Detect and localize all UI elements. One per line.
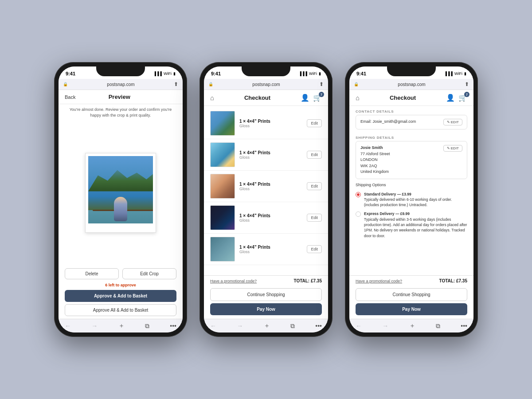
wifi-icon-3: WiFi [454,71,462,76]
more-nav-icon-1[interactable]: ••• [170,322,176,329]
shipping-option-express[interactable]: Express Delivery — £9.99 Typically deliv… [356,209,467,240]
app-nav-3: ⌂ Checkout 👤 🛒7 [349,90,473,106]
total-amount-2: TOTAL: £7.35 [293,278,322,283]
tabs-nav-icon-3[interactable]: ⧉ [436,322,440,330]
browser-bottom-1: ← → ＋ ⧉ ••• [59,319,183,332]
nav-left-2: ⌂ [210,94,214,102]
list-item: 1 × 4×4" Prints Gloss Edit [204,202,328,234]
screen-content-3: ⌂ Checkout 👤 🛒7 CONTACT DETAILS Email: J… [349,90,473,319]
more-nav-icon-3[interactable]: ••• [461,322,467,329]
wifi-icon-1: WiFi [164,71,172,76]
app-nav-2: ⌂ Checkout 👤 🛒7 [204,90,328,106]
edit-crop-button[interactable]: Edit Crop [122,268,176,279]
url-text-2: postsnap.com [252,82,280,87]
more-nav-icon-2[interactable]: ••• [315,322,322,329]
status-icons-1: ▐▐▐ WiFi ▮ [153,71,176,76]
checkout-details-scroll: CONTACT DETAILS Email: Josie_smith@gmail… [349,106,473,275]
back-button[interactable]: Back [65,94,75,100]
tabs-nav-icon-2[interactable]: ⧉ [290,322,295,330]
browser-url-3[interactable]: postsnap.com [359,82,465,87]
share-icon-1[interactable]: ⬆ [174,81,178,87]
home-icon-2[interactable]: ⌂ [210,94,214,102]
edit-item-btn-5[interactable]: Edit [307,245,322,253]
list-item: 1 × 4×4" Prints Gloss Edit [204,139,328,171]
lock-icon-3: 🔒 [354,82,359,86]
shipping-express-text: Express Delivery — £9.99 Typically deliv… [364,211,467,239]
notch-bar-3: 9:41 ▐▐▐ WiFi ▮ [349,66,473,79]
shipping-edit-button[interactable]: ✎ EDIT [443,145,462,152]
app-nav-1: Back Preview [59,90,183,104]
radio-standard[interactable] [356,192,361,197]
photo-person [114,197,127,221]
promo-code-link-3[interactable]: Have a promotional code? [356,279,402,283]
share-icon-2[interactable]: ⬆ [319,81,324,87]
nav-title-2: Checkout [244,94,270,101]
item-title-3: 1 × 4×4" Prints [239,182,302,187]
user-icon-2[interactable]: 👤 [301,94,309,102]
edit-item-btn-2[interactable]: Edit [307,151,322,159]
radio-express[interactable] [356,211,361,217]
signal-icon-2: ▐▐▐ [299,71,307,76]
continue-shopping-button-3[interactable]: Continue Shopping [356,288,467,301]
forward-nav-icon-3[interactable]: → [382,322,388,329]
shipping-standard-label: Standard Delivery — £3.99 [364,192,411,196]
promo-total-bar-3: Have a promotional code? TOTAL: £7.35 [349,275,473,286]
edit-item-btn-1[interactable]: Edit [307,119,322,127]
continue-shopping-button-2[interactable]: Continue Shopping [210,288,322,301]
nav-right-3: 👤 🛒7 [446,94,467,102]
cart-icon-3[interactable]: 🛒7 [458,94,467,102]
cart-icon-2[interactable]: 🛒7 [313,94,322,102]
edit-item-btn-4[interactable]: Edit [307,214,322,222]
url-text-1: postsnap.com [107,82,134,87]
item-thumb-2 [210,142,235,167]
pay-now-button-3[interactable]: Pay Now [356,303,467,315]
shipping-option-standard[interactable]: Standard Delivery — £3.99 Typically deli… [356,190,467,210]
delete-button[interactable]: Delete [65,268,119,279]
contact-edit-button[interactable]: ✎ EDIT [443,119,462,125]
photo-mountains [88,165,153,192]
list-item: 1 × 4×4" Prints Gloss Edit [204,234,328,265]
add-nav-icon-2[interactable]: ＋ [264,322,270,330]
url-text-3: postsnap.com [398,82,425,87]
browser-url-1[interactable]: postsnap.com [68,82,174,87]
promo-code-link-2[interactable]: Have a promotional code? [210,279,257,283]
shipping-standard-text: Standard Delivery — £3.99 Typically deli… [364,192,467,208]
checkout-list: 1 × 4×4" Prints Gloss Edit 1 × 4×4" Prin… [204,106,328,275]
item-info-4: 1 × 4×4" Prints Gloss [239,213,302,223]
pay-now-button-2[interactable]: Pay Now [210,303,322,315]
forward-nav-icon-1[interactable]: → [91,322,98,329]
add-nav-icon-1[interactable]: ＋ [118,322,125,330]
signal-icon-1: ▐▐▐ [153,71,162,76]
browser-bottom-2: ← → ＋ ⧉ ••• [204,319,328,332]
shipping-express-label: Express Delivery — £9.99 [364,211,410,216]
bottom-buttons-2: Continue Shopping Pay Now [204,286,328,319]
cart-badge-2: 7 [319,92,324,97]
preview-subtitle: You're almost done. Review your order an… [59,104,183,120]
tabs-nav-icon-1[interactable]: ⧉ [145,322,149,330]
shipping-options-header: Shipping Options [349,182,473,188]
browser-url-2[interactable]: postsnap.com [213,82,319,87]
home-icon-3[interactable]: ⌂ [356,94,360,102]
browser-bar-1: 🔒 postsnap.com ⬆ [59,79,183,90]
shipping-name: Josie Smith [360,145,383,150]
share-icon-3[interactable]: ⬆ [465,81,469,87]
photo-frame [85,153,156,233]
item-sub-1: Gloss [239,124,302,128]
back-nav-icon-1[interactable]: ← [65,322,71,329]
lock-icon-2: 🔒 [208,82,213,86]
back-nav-icon-3[interactable]: ← [356,322,362,329]
browser-bar-3: 🔒 postsnap.com ⬆ [349,79,473,90]
status-time-3: 9:41 [356,71,366,76]
battery-icon-2: ▮ [319,71,321,76]
add-nav-icon-3[interactable]: ＋ [409,322,415,330]
edit-item-btn-3[interactable]: Edit [307,182,322,190]
back-nav-icon-2[interactable]: ← [210,322,216,329]
user-icon-3[interactable]: 👤 [446,94,455,102]
item-sub-3: Gloss [239,187,302,191]
shipping-options: Standard Delivery — £3.99 Typically deli… [349,188,473,243]
approve-all-add-basket-button[interactable]: Approve All & Add to Basket [65,304,176,316]
nav-left-1: Back [65,94,75,100]
approve-add-basket-button[interactable]: Approve & Add to Basket [65,290,176,302]
forward-nav-icon-2[interactable]: → [237,322,243,329]
shipping-address-lines: 77 Alsford StreetLONDONWIK 2AQUnited Kin… [360,152,390,174]
